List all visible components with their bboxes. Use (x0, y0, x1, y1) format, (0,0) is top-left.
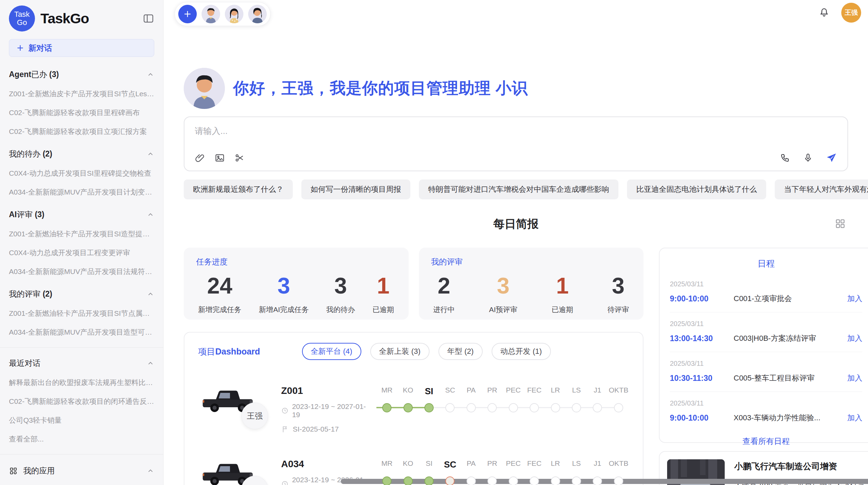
schedule-event: 2025/03/11 9:00-10:00 X003-车辆动力学性能验... 加… (670, 392, 862, 431)
milestone-dot (551, 476, 560, 485)
chevron-up-icon[interactable] (147, 467, 154, 475)
milestone-label: MR (381, 459, 393, 472)
app-title: TaskGo (40, 11, 137, 27)
phone-icon[interactable] (780, 153, 791, 163)
horizontal-scrollbar[interactable] (341, 479, 868, 484)
milestone-label: PEC (506, 459, 521, 472)
attachment-icon[interactable] (195, 153, 205, 163)
project-image: 王强 (200, 459, 258, 485)
suggestion-chip[interactable]: 特朗普可能对进口汽车增税会对中国车企造成哪些影响 (419, 179, 618, 199)
chevron-up-icon[interactable] (147, 150, 154, 158)
suggestion-chip[interactable]: 如何写一份清晰的项目周报 (301, 179, 410, 199)
project-row[interactable]: 王强 Z001 2023-12-19 ~ 2027-01-19 SI-2025-… (198, 385, 629, 433)
stat-value: 3 (489, 273, 517, 298)
suggestion-chip[interactable]: 当下年轻人对汽车外观有怎样的喜好趋势 (775, 179, 868, 199)
sidebar-task-item[interactable]: C02-飞腾新能源轻客改款项目立项汇报方案 (9, 127, 154, 136)
milestone-dot (572, 476, 581, 485)
composer-input[interactable]: 请输入... (195, 125, 837, 152)
dashboard-tab[interactable]: 年型 (2) (438, 343, 483, 360)
schedule-list: 2025/03/11 9:00-10:00 C001-立项审批会 加入 2025… (670, 273, 862, 431)
send-icon[interactable] (825, 152, 837, 164)
event-title: C003|H0B-方案冻结评审 (734, 333, 847, 344)
sidebar-collapse-icon[interactable] (143, 13, 154, 24)
milestone-label: SC (445, 386, 455, 398)
recent-chat-item[interactable]: C02-飞腾新能源轻客改款项目的闭环通告反馈情况 (9, 397, 154, 406)
team-avatar-pill (174, 2, 270, 26)
project-name: Z001 (281, 385, 367, 396)
event-join-link[interactable]: 加入 (847, 333, 862, 344)
stat: 24 新增完成任务 (198, 273, 241, 314)
milestone-label: PEC (506, 386, 521, 398)
avatar[interactable] (225, 5, 243, 23)
milestone-label: KO (403, 386, 413, 398)
sidebar-section: Agent已办 (3) Z001-全新燃油皮卡产品开发项目SI节点Lesson … (9, 69, 154, 136)
milestone-dot (424, 403, 434, 412)
user-avatar[interactable]: 王强 (841, 3, 861, 23)
layout-grid-icon[interactable] (834, 218, 846, 229)
my-apps-title: 我的应用 (23, 465, 141, 476)
recent-chats-list: 解释最新出台的欧盟报废车法规再生塑料比例被调至15%...C02-飞腾新能源轻客… (9, 378, 154, 444)
composer: 请输入... (184, 116, 848, 171)
stat-value: 3 (607, 273, 629, 298)
sidebar-task-item[interactable]: C02-飞腾新能源轻客改款项目里程碑画布 (9, 108, 154, 117)
sidebar-task-item[interactable]: Z001-全新燃油轻卡产品开发项目SI节点属性5D文件评审 (9, 309, 154, 318)
chevron-up-icon[interactable] (147, 211, 154, 219)
sidebar-task-item[interactable]: A034-全新新能源MUV产品开发项目法规符合性评审 (9, 267, 154, 276)
suggestion-chip[interactable]: 比亚迪全固态电池计划具体说了什么 (627, 179, 766, 199)
event-time: 9:00-10:00 (670, 413, 734, 423)
section-title: 我的评审 (2) (9, 289, 147, 299)
milestone-label: KO (403, 459, 413, 472)
chevron-up-icon[interactable] (147, 290, 154, 298)
milestone-label: MR (381, 386, 393, 398)
new-chat-label: 新对话 (28, 43, 52, 53)
recent-chat-item[interactable]: 解释最新出台的欧盟报废车法规再生塑料比例被调至15%... (9, 378, 154, 387)
chevron-up-icon[interactable] (147, 71, 154, 78)
schedule-card: 日程 2025/03/11 9:00-10:00 C001-立项审批会 加入 (659, 248, 868, 443)
sidebar-task-item[interactable]: A034-全新新能源MUV产品开发项目计划变更表编写 (9, 187, 154, 197)
event-join-link[interactable]: 加入 (847, 413, 862, 423)
milestone-label: J1 (594, 386, 601, 398)
milestone-dot (551, 403, 560, 412)
recent-chat-item[interactable]: 公司Q3轻卡销量 (9, 415, 154, 425)
microphone-icon[interactable] (803, 153, 813, 163)
notification-bell-icon[interactable] (819, 7, 830, 18)
sidebar-task-item[interactable]: A034-全新新能源MUV产品开发项目造型可行性评审 (9, 327, 154, 337)
event-time: 10:30-11:30 (670, 374, 734, 383)
avatar[interactable] (248, 5, 267, 23)
topbar: 王强 (164, 0, 868, 29)
sidebar-task-item[interactable]: C0X4-动力总成开发项目工程变更评审 (9, 248, 154, 258)
main-area: 王强 你好，王强，我是你的项目管理助理 小识 请输入... (164, 0, 868, 485)
stat-value: 24 (198, 273, 241, 298)
recent-chats-title: 最近对话 (9, 358, 147, 369)
sidebar-task-item[interactable]: Z001-全新燃油轻卡产品开发项目SI造型提交物评审 (9, 229, 154, 239)
stat-label: 我的待办 (326, 305, 355, 314)
add-member-button[interactable] (178, 5, 197, 23)
sidebar-task-item[interactable]: C0X4-动力总成开发项目SI里程碑提交物检查 (9, 169, 154, 178)
recent-chat-item[interactable]: 查看全部... (9, 434, 154, 444)
stat-card-title: 任务进度 (196, 257, 396, 267)
milestone-label: FEC (527, 386, 542, 398)
greeting-block: 你好，王强，我是你的项目管理助理 小识 (184, 68, 528, 109)
scissors-icon[interactable] (234, 153, 245, 163)
dashboard-tab[interactable]: 全新平台 (4) (302, 343, 361, 360)
project-owner-badge: 王强 (241, 402, 268, 429)
stat-value: 1 (552, 273, 573, 298)
event-join-link[interactable]: 加入 (847, 294, 862, 304)
new-chat-button[interactable]: 新对话 (9, 39, 154, 57)
milestone-dot (487, 476, 497, 485)
project-flag-date: SI-2025-05-17 (281, 425, 367, 433)
milestone-label: LR (551, 386, 560, 398)
stats-row: 任务进度 24 新增完成任务 3 新增AI (184, 248, 643, 320)
stat: 1 已逾期 (372, 273, 394, 314)
suggestion-chip[interactable]: 欧洲新规最近颁布了什么？ (184, 179, 293, 199)
avatar[interactable] (202, 5, 220, 23)
milestone-dot (487, 403, 497, 412)
view-all-schedule-link[interactable]: 查看所有日程 (670, 431, 862, 447)
event-join-link[interactable]: 加入 (847, 373, 862, 383)
chevron-up-icon[interactable] (147, 360, 154, 367)
sidebar-task-item[interactable]: Z001-全新燃油皮卡产品开发项目SI节点Lesson Learn报告 (9, 89, 154, 99)
milestone-dot (530, 476, 539, 485)
image-icon[interactable] (215, 153, 225, 163)
dashboard-tab[interactable]: 全新上装 (3) (370, 343, 430, 360)
dashboard-tab[interactable]: 动总开发 (1) (492, 343, 551, 360)
